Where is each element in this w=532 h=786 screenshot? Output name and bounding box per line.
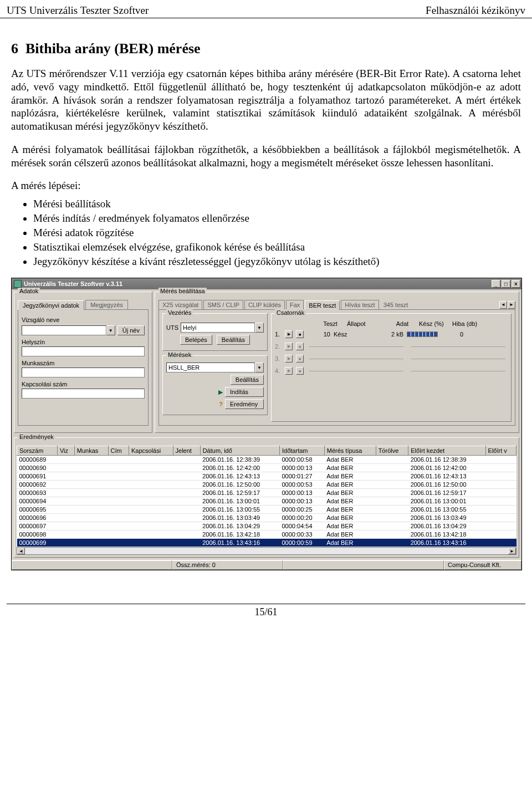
titlebar: Univerzális Teszter Szoftver v.3.11 _ □ …: [12, 278, 521, 289]
results-table[interactable]: SorszámVizMunkasCímKapcsolásiJelentDátum…: [17, 446, 516, 547]
list-item: Mérési adatok rögzítése: [33, 227, 521, 239]
scroll-left-icon[interactable]: ◄: [17, 548, 25, 554]
table-row[interactable]: 000006972006.01.16. 13:04:290000:04:54Ad…: [17, 522, 516, 530]
label-uts: UTS: [166, 324, 178, 331]
para-2: A mérési folyamatok beállításai fájlokba…: [11, 143, 521, 170]
ujnev-button[interactable]: Új név: [117, 325, 145, 335]
tab-jegyzokonyvi[interactable]: Jegyzőkönyvi adatok: [18, 300, 84, 310]
table-row[interactable]: 000006912006.01.16. 12:43:130000:01:27Ad…: [17, 472, 516, 481]
chevron-down-icon[interactable]: ▼: [106, 325, 115, 335]
table-row[interactable]: 000006902006.01.16. 12:42:000000:00:13Ad…: [17, 464, 516, 472]
col-header[interactable]: Viz: [57, 446, 74, 456]
helyszin-input[interactable]: [22, 346, 145, 356]
para-3: A mérés lépései:: [11, 179, 521, 192]
status-vendor: Compu-Consult Kft.: [444, 560, 521, 570]
label-munkaszam: Munkaszám: [22, 360, 145, 366]
play-icon: ▶: [285, 343, 293, 350]
statusbar: Össz.mérés: 0 Compu-Consult Kft.: [12, 560, 521, 570]
minimize-button[interactable]: _: [492, 280, 500, 288]
uts-combo[interactable]: [181, 323, 255, 333]
col-header[interactable]: Munkas: [74, 446, 108, 456]
channel-row: 2. ▶ ■: [275, 341, 508, 351]
inditas-button[interactable]: Indítás: [225, 387, 264, 397]
col-header[interactable]: Jelent: [173, 446, 200, 456]
list-item: Mérés indítás / eredmények folyamatos el…: [33, 212, 521, 224]
stop-icon: ■: [296, 367, 304, 375]
col-adat: Adat: [386, 320, 419, 327]
table-row[interactable]: 000006892006.01.16. 12:38:390000:00:58Ad…: [17, 456, 516, 464]
list-item: Mérési beállítások: [33, 198, 521, 210]
col-header[interactable]: Időtartam: [280, 446, 325, 456]
eredmenyek-groupbox: SorszámVizMunkasCímKapcsolásiJelentDátum…: [14, 437, 519, 558]
table-row[interactable]: 000006962006.01.16. 13:03:490000:00:20Ad…: [17, 514, 516, 522]
col-header[interactable]: Cím: [108, 446, 129, 456]
col-header[interactable]: Törölve: [376, 446, 408, 456]
horizontal-scrollbar[interactable]: ◄ ►: [17, 547, 516, 555]
col-teszt: Teszt: [314, 320, 347, 327]
tab-megjegyzes[interactable]: Megjegyzés: [85, 300, 128, 309]
tab-sms-clip[interactable]: SMS / CLIP: [203, 300, 243, 309]
meresek-combo[interactable]: [166, 363, 255, 372]
scroll-right-icon[interactable]: ►: [508, 548, 516, 554]
belepes-button[interactable]: Belépés: [180, 335, 212, 345]
stop-icon: ■: [296, 343, 304, 350]
eredmeny-button[interactable]: Eredmény: [225, 399, 264, 409]
table-row[interactable]: 000006942006.01.16. 13:00:010000:00:13Ad…: [17, 497, 516, 506]
tab-x25[interactable]: X25 vizsgálat: [158, 300, 202, 309]
col-header[interactable]: Dátum, idő: [200, 446, 279, 456]
col-header[interactable]: Előírt kezdet: [408, 446, 485, 456]
question-icon: ?: [219, 401, 223, 407]
play-icon: ▶: [285, 367, 293, 375]
table-row[interactable]: 000006992006.01.16. 13:43:160000:00:59Ad…: [17, 539, 516, 547]
vezerles-groupbox: UTS ▼ Belépés Beállítás: [162, 313, 268, 351]
table-row[interactable]: 000006932006.01.16. 12:59:170000:00:13Ad…: [17, 489, 516, 497]
window-title: Univerzális Teszter Szoftver v.3.11: [24, 280, 492, 287]
maximize-button[interactable]: □: [502, 280, 510, 288]
app-icon: [14, 280, 22, 288]
tab-ber-teszt[interactable]: BER teszt: [305, 300, 340, 310]
page-header: UTS Univerzális Teszter Szoftver Felhasz…: [0, 0, 532, 18]
col-header[interactable]: Mérés típusa: [324, 446, 376, 456]
col-header[interactable]: Kapcsolási: [129, 446, 173, 456]
para-1: Az UTS mérőrendszer V.11 verziója egy cs…: [11, 67, 521, 133]
tab-clip-kuldes[interactable]: CLIP küldés: [244, 300, 285, 309]
tab-scroll-left[interactable]: ◄: [499, 301, 507, 309]
play-icon[interactable]: ▶: [285, 330, 293, 338]
tab-hivas-teszt[interactable]: Hívás teszt: [341, 300, 378, 309]
status-ossz: Össz.mérés: 0: [172, 560, 283, 570]
play-icon: ▶: [218, 389, 223, 396]
section-heading: 6 Bithiba arány (BER) mérése: [11, 40, 521, 57]
page-footer: 15/61: [7, 604, 525, 627]
table-row[interactable]: 000006922006.01.16. 12:50:000000:00:53Ad…: [17, 481, 516, 489]
label-helyszin: Helyszín: [22, 339, 145, 345]
beallitas-button[interactable]: Beállítás: [217, 335, 250, 345]
list-item: Jegyzőkönyv készítése a kívánt részletes…: [33, 256, 521, 268]
col-kesz: Kész (%): [419, 320, 452, 327]
tab-fax[interactable]: Fax: [286, 300, 304, 309]
stop-icon[interactable]: ■: [296, 330, 304, 338]
meresek-groupbox: ▼ Beállítás ▶ Indítás ? Eredmény: [162, 355, 268, 415]
list-item: Statisztikai elemzések elvégzése, grafik…: [33, 241, 521, 253]
channel-row: 1. ▶ ■10 Kész 2 kB 0: [275, 329, 508, 339]
tab-345-teszt[interactable]: 345 teszt: [380, 300, 412, 309]
col-header[interactable]: Előírt v: [485, 446, 516, 456]
meres-beallitas-button[interactable]: Beállítás: [231, 375, 264, 385]
tab-scroll-right[interactable]: ►: [508, 301, 515, 309]
chevron-down-icon[interactable]: ▼: [255, 363, 264, 372]
chevron-down-icon[interactable]: ▼: [255, 323, 264, 333]
meres-groupbox: X25 vizsgálat SMS / CLIP CLIP küldés Fax…: [155, 292, 519, 433]
kapcsolasi-input[interactable]: [22, 389, 145, 399]
vizsgalo-input[interactable]: [22, 325, 106, 335]
header-right: Felhasználói kézikönyv: [426, 4, 525, 17]
close-button[interactable]: ×: [511, 280, 520, 288]
col-hiba: Hiba (db): [452, 320, 485, 327]
table-row[interactable]: 000006952006.01.16. 13:00:550000:00:25Ad…: [17, 506, 516, 514]
label-kapcsolasi: Kapcsolási szám: [22, 381, 145, 387]
channel-row: 4. ▶ ■: [275, 366, 508, 376]
munkaszam-input[interactable]: [22, 368, 145, 377]
col-header[interactable]: Sorszám: [17, 446, 58, 456]
table-row[interactable]: 000006982006.01.16. 13:42:180000:00:33Ad…: [17, 530, 516, 539]
adatok-groupbox: Jegyzőkönyvi adatok Megjegyzés Vizsgáló …: [14, 292, 152, 433]
steps-list: Mérési beállítások Mérés indítás / eredm…: [33, 198, 521, 268]
play-icon: ▶: [285, 355, 293, 363]
